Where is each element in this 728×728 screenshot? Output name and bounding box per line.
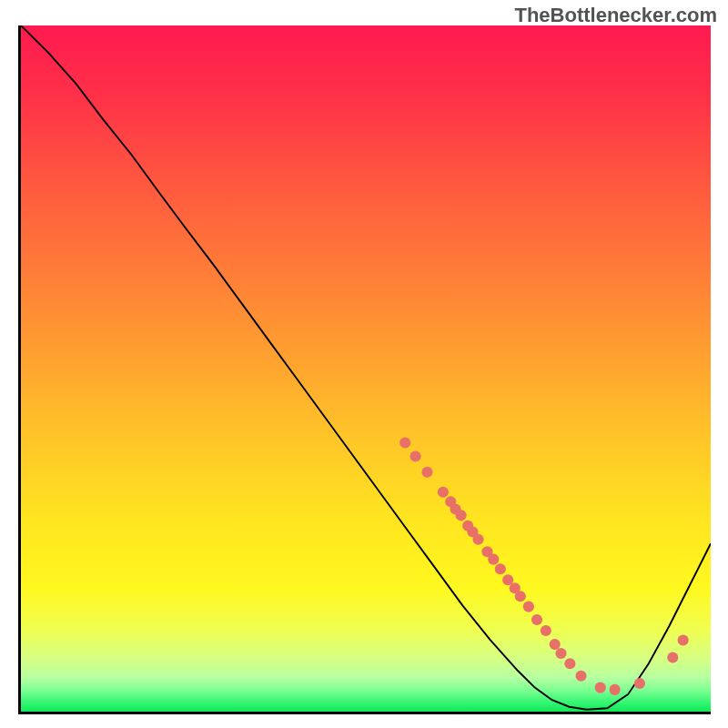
data-marker (610, 684, 621, 695)
data-marker (531, 614, 542, 625)
data-marker (667, 652, 678, 662)
data-marker (550, 639, 561, 650)
plot-axes (18, 25, 711, 714)
data-marker (564, 658, 575, 669)
data-marker (515, 591, 526, 602)
data-marker (456, 510, 467, 521)
data-markers (399, 437, 689, 695)
data-marker (438, 487, 449, 498)
data-marker (488, 554, 499, 565)
bottleneck-curve (21, 25, 711, 710)
data-marker (523, 602, 534, 612)
data-marker (421, 467, 432, 478)
data-marker (555, 648, 566, 659)
data-marker (634, 678, 645, 689)
data-marker (595, 682, 606, 693)
plot-inner (21, 25, 711, 712)
data-marker (410, 450, 421, 461)
chart-container: TheBottlenecker.com (0, 0, 728, 728)
data-marker (541, 625, 551, 636)
attribution-text: TheBottlenecker.com (514, 4, 717, 27)
data-marker (495, 563, 506, 574)
data-marker (472, 534, 483, 545)
data-marker (399, 437, 410, 448)
curve-layer (21, 25, 711, 712)
data-marker (575, 671, 586, 682)
data-marker (678, 635, 689, 646)
